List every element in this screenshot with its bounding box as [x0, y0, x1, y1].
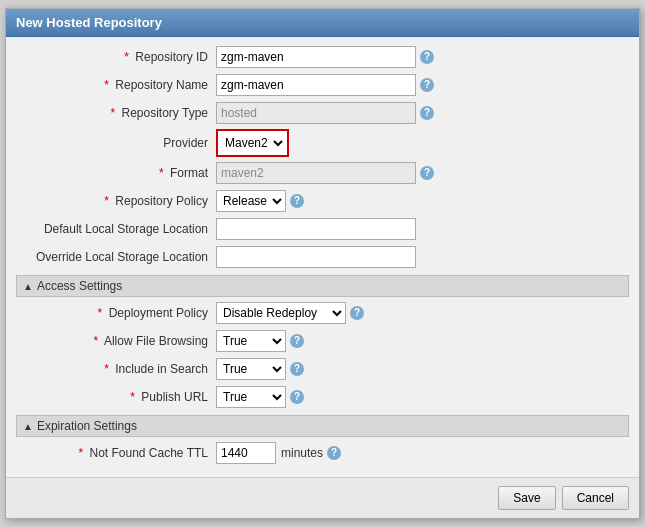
format-row: * Format ?	[16, 161, 629, 185]
repository-type-label: * Repository Type	[16, 106, 216, 120]
not-found-cache-ttl-input[interactable]	[216, 442, 276, 464]
required-star-7: *	[94, 334, 99, 348]
allow-file-browsing-control: True False ?	[216, 330, 629, 352]
repository-name-control: ?	[216, 74, 629, 96]
access-settings-toggle[interactable]: ▲	[23, 281, 33, 292]
provider-control: Maven2 Maven1 NuGet npm	[216, 129, 629, 157]
required-star-6: *	[98, 306, 103, 320]
deployment-policy-help-icon[interactable]: ?	[350, 306, 364, 320]
repository-id-help-icon[interactable]: ?	[420, 50, 434, 64]
allow-file-browsing-label: * Allow File Browsing	[16, 334, 216, 348]
override-storage-label: Override Local Storage Location	[16, 250, 216, 264]
cancel-button[interactable]: Cancel	[562, 486, 629, 510]
required-star-5: *	[104, 194, 109, 208]
default-storage-row: Default Local Storage Location	[16, 217, 629, 241]
publish-url-row: * Publish URL True False ?	[16, 385, 629, 409]
expiration-settings-toggle[interactable]: ▲	[23, 421, 33, 432]
required-star-3: *	[110, 106, 115, 120]
required-star-9: *	[130, 390, 135, 404]
override-storage-control	[216, 246, 629, 268]
repository-policy-help-icon[interactable]: ?	[290, 194, 304, 208]
repository-policy-label: * Repository Policy	[16, 194, 216, 208]
deployment-policy-control: Disable Redeploy Allow Redeploy Read Onl…	[216, 302, 629, 324]
format-help-icon[interactable]: ?	[420, 166, 434, 180]
repository-name-label: * Repository Name	[16, 78, 216, 92]
not-found-cache-ttl-help-icon[interactable]: ?	[327, 446, 341, 460]
publish-url-label: * Publish URL	[16, 390, 216, 404]
override-storage-input[interactable]	[216, 246, 416, 268]
include-in-search-help-icon[interactable]: ?	[290, 362, 304, 376]
allow-file-browsing-select[interactable]: True False	[216, 330, 286, 352]
repository-name-help-icon[interactable]: ?	[420, 78, 434, 92]
provider-row: Provider Maven2 Maven1 NuGet npm	[16, 129, 629, 157]
repository-name-row: * Repository Name ?	[16, 73, 629, 97]
repository-name-input[interactable]	[216, 74, 416, 96]
default-storage-input[interactable]	[216, 218, 416, 240]
repository-type-row: * Repository Type ?	[16, 101, 629, 125]
required-star-4: *	[159, 166, 164, 180]
dialog-body: * Repository ID ? * Repository Name ? *	[6, 37, 639, 477]
expiration-settings-header: ▲ Expiration Settings	[16, 415, 629, 437]
not-found-cache-ttl-control: minutes ?	[216, 442, 629, 464]
format-input	[216, 162, 416, 184]
include-in-search-row: * Include in Search True False ?	[16, 357, 629, 381]
repository-policy-control: Release Snapshot Mixed ?	[216, 190, 629, 212]
repository-type-help-icon[interactable]: ?	[420, 106, 434, 120]
repository-type-control: ?	[216, 102, 629, 124]
deployment-policy-select[interactable]: Disable Redeploy Allow Redeploy Read Onl…	[216, 302, 346, 324]
include-in-search-select[interactable]: True False	[216, 358, 286, 380]
required-star: *	[124, 50, 129, 64]
include-in-search-label: * Include in Search	[16, 362, 216, 376]
provider-select[interactable]: Maven2 Maven1 NuGet npm	[219, 132, 286, 154]
required-star-8: *	[104, 362, 109, 376]
minutes-label: minutes	[281, 446, 323, 460]
repository-policy-select[interactable]: Release Snapshot Mixed	[216, 190, 286, 212]
repository-id-input[interactable]	[216, 46, 416, 68]
allow-file-browsing-help-icon[interactable]: ?	[290, 334, 304, 348]
save-button[interactable]: Save	[498, 486, 555, 510]
publish-url-help-icon[interactable]: ?	[290, 390, 304, 404]
allow-file-browsing-row: * Allow File Browsing True False ?	[16, 329, 629, 353]
provider-label: Provider	[16, 136, 216, 150]
not-found-cache-ttl-label: * Not Found Cache TTL	[16, 446, 216, 460]
format-label: * Format	[16, 166, 216, 180]
publish-url-select[interactable]: True False	[216, 386, 286, 408]
provider-select-wrap: Maven2 Maven1 NuGet npm	[216, 129, 289, 157]
dialog-title: New Hosted Repository	[6, 9, 639, 37]
default-storage-control	[216, 218, 629, 240]
format-control: ?	[216, 162, 629, 184]
publish-url-control: True False ?	[216, 386, 629, 408]
required-star-10: *	[78, 446, 83, 460]
repository-id-label: * Repository ID	[16, 50, 216, 64]
default-storage-label: Default Local Storage Location	[16, 222, 216, 236]
new-hosted-repository-dialog: New Hosted Repository * Repository ID ? …	[5, 8, 640, 519]
not-found-cache-ttl-row: * Not Found Cache TTL minutes ?	[16, 441, 629, 465]
repository-id-control: ?	[216, 46, 629, 68]
access-settings-header: ▲ Access Settings	[16, 275, 629, 297]
deployment-policy-row: * Deployment Policy Disable Redeploy All…	[16, 301, 629, 325]
repository-type-input	[216, 102, 416, 124]
include-in-search-control: True False ?	[216, 358, 629, 380]
dialog-footer: Save Cancel	[6, 477, 639, 518]
deployment-policy-label: * Deployment Policy	[16, 306, 216, 320]
repository-policy-row: * Repository Policy Release Snapshot Mix…	[16, 189, 629, 213]
required-star-2: *	[104, 78, 109, 92]
repository-id-row: * Repository ID ?	[16, 45, 629, 69]
override-storage-row: Override Local Storage Location	[16, 245, 629, 269]
